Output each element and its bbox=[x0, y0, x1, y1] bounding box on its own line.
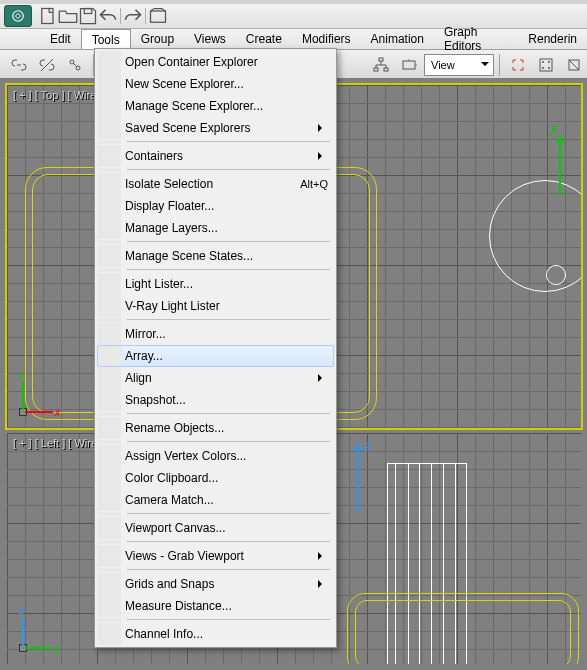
menu-item-label: Measure Distance... bbox=[125, 599, 232, 613]
submenu-arrow-icon bbox=[318, 124, 326, 132]
menu-item-manage-scene-states[interactable]: Manage Scene States... bbox=[97, 245, 334, 267]
wireframe-circle bbox=[546, 265, 566, 285]
save-icon[interactable] bbox=[78, 6, 98, 26]
menu-item-open-container-explorer[interactable]: Open Container Explorer bbox=[97, 51, 334, 73]
edged-faces-icon[interactable] bbox=[561, 52, 587, 78]
menu-item-assign-vertex-colors[interactable]: Assign Vertex Colors... bbox=[97, 445, 334, 467]
menu-item-isolate-selection[interactable]: Isolate SelectionAlt+Q bbox=[97, 173, 334, 195]
menu-item-viewport-canvas[interactable]: Viewport Canvas... bbox=[97, 517, 334, 539]
menu-item-manage-layers[interactable]: Manage Layers... bbox=[97, 217, 334, 239]
unlink-icon[interactable] bbox=[34, 52, 60, 78]
svg-rect-10 bbox=[540, 59, 552, 71]
menu-item-label: Camera Match... bbox=[125, 493, 214, 507]
svg-rect-8 bbox=[384, 68, 388, 71]
menubar-item-modifiers[interactable]: Modifiers bbox=[292, 29, 361, 49]
schematic-icon[interactable] bbox=[368, 52, 394, 78]
menu-item-label: Grids and Snaps bbox=[125, 577, 214, 591]
view-dropdown-label: View bbox=[431, 59, 455, 71]
svg-point-14 bbox=[548, 67, 550, 69]
submenu-arrow-icon bbox=[318, 552, 326, 560]
viewport-axis-tripod: yz bbox=[19, 602, 69, 652]
menu-item-label: Align bbox=[125, 371, 152, 385]
menubar-item-tools[interactable]: Tools bbox=[81, 29, 131, 49]
bind-icon[interactable] bbox=[62, 52, 88, 78]
menu-item-label: Light Lister... bbox=[125, 277, 193, 291]
menu-item-label: Mirror... bbox=[125, 327, 166, 341]
menubar-item-graph-editors[interactable]: Graph Editors bbox=[434, 29, 518, 49]
menubar-item-animation[interactable]: Animation bbox=[361, 29, 434, 49]
menu-item-color-clipboard[interactable]: Color Clipboard... bbox=[97, 467, 334, 489]
menu-item-v-ray-light-lister[interactable]: V-Ray Light Lister bbox=[97, 295, 334, 317]
menu-item-label: Manage Layers... bbox=[125, 221, 218, 235]
menu-item-snapshot[interactable]: Snapshot... bbox=[97, 389, 334, 411]
menu-item-label: Saved Scene Explorers bbox=[125, 121, 250, 135]
svg-rect-3 bbox=[151, 11, 166, 22]
menu-item-manage-scene-explorer[interactable]: Manage Scene Explorer... bbox=[97, 95, 334, 117]
menubar-item-group[interactable]: Group bbox=[131, 29, 184, 49]
svg-rect-7 bbox=[374, 68, 378, 71]
svg-point-0 bbox=[13, 11, 24, 22]
link-icon[interactable] bbox=[6, 52, 32, 78]
menu-item-shortcut: Alt+Q bbox=[300, 178, 328, 190]
create-view-icon[interactable] bbox=[396, 52, 422, 78]
open-icon[interactable] bbox=[58, 6, 78, 26]
application-logo[interactable] bbox=[4, 5, 32, 27]
redo-icon[interactable] bbox=[123, 6, 143, 26]
menu-item-label: Viewport Canvas... bbox=[125, 521, 226, 535]
menu-item-label: Rename Objects... bbox=[125, 421, 224, 435]
viewport-axis-tripod: xy bbox=[19, 366, 69, 416]
menu-item-label: Channel Info... bbox=[125, 627, 203, 641]
safe-frame-icon[interactable] bbox=[533, 52, 559, 78]
menu-item-array[interactable]: Array... bbox=[97, 345, 334, 367]
tools-menu: Open Container ExplorerNew Scene Explore… bbox=[94, 48, 337, 648]
menu-item-label: Manage Scene Explorer... bbox=[125, 99, 263, 113]
menubar-item-create[interactable]: Create bbox=[236, 29, 292, 49]
svg-rect-9 bbox=[403, 61, 415, 69]
svg-point-13 bbox=[542, 67, 544, 69]
menu-item-channel-info[interactable]: Channel Info... bbox=[97, 623, 334, 645]
undo-icon[interactable] bbox=[98, 6, 118, 26]
menu-item-camera-match[interactable]: Camera Match... bbox=[97, 489, 334, 511]
menu-item-label: Snapshot... bbox=[125, 393, 186, 407]
menu-item-containers[interactable]: Containers bbox=[97, 145, 334, 167]
menubar-item-edit[interactable]: Edit bbox=[40, 29, 81, 49]
submenu-arrow-icon bbox=[318, 374, 326, 382]
menu-item-label: New Scene Explorer... bbox=[125, 77, 244, 91]
submenu-arrow-icon bbox=[318, 152, 326, 160]
menu-item-display-floater[interactable]: Display Floater... bbox=[97, 195, 334, 217]
svg-rect-1 bbox=[42, 9, 53, 24]
menu-item-align[interactable]: Align bbox=[97, 367, 334, 389]
menu-item-label: Isolate Selection bbox=[125, 177, 213, 191]
menu-item-grids-and-snaps[interactable]: Grids and Snaps bbox=[97, 573, 334, 595]
menu-item-label: Display Floater... bbox=[125, 199, 214, 213]
menu-item-new-scene-explorer[interactable]: New Scene Explorer... bbox=[97, 73, 334, 95]
svg-rect-2 bbox=[84, 9, 92, 14]
menu-item-label: Manage Scene States... bbox=[125, 249, 253, 263]
svg-point-11 bbox=[542, 61, 544, 63]
menu-bar: EditToolsGroupViewsCreateModifiersAnimat… bbox=[0, 29, 587, 50]
menu-item-saved-scene-explorers[interactable]: Saved Scene Explorers bbox=[97, 117, 334, 139]
view-dropdown[interactable]: View bbox=[424, 54, 494, 76]
menu-item-label: Color Clipboard... bbox=[125, 471, 218, 485]
project-icon[interactable] bbox=[148, 6, 168, 26]
selection-bracket-icon[interactable] bbox=[505, 52, 531, 78]
menu-item-label: Assign Vertex Colors... bbox=[125, 449, 246, 463]
menu-item-label: V-Ray Light Lister bbox=[125, 299, 220, 313]
menu-item-light-lister[interactable]: Light Lister... bbox=[97, 273, 334, 295]
submenu-arrow-icon bbox=[318, 580, 326, 588]
menu-item-views-grab-viewport[interactable]: Views - Grab Viewport bbox=[97, 545, 334, 567]
menu-item-rename-objects[interactable]: Rename Objects... bbox=[97, 417, 334, 439]
menu-item-label: Open Container Explorer bbox=[125, 55, 258, 69]
menu-item-label: Views - Grab Viewport bbox=[125, 549, 244, 563]
menu-item-measure-distance[interactable]: Measure Distance... bbox=[97, 595, 334, 617]
svg-point-12 bbox=[548, 61, 550, 63]
menu-item-label: Containers bbox=[125, 149, 183, 163]
menu-item-mirror[interactable]: Mirror... bbox=[97, 323, 334, 345]
svg-rect-6 bbox=[379, 58, 383, 61]
menu-item-label: Array... bbox=[125, 349, 163, 363]
menubar-item-views[interactable]: Views bbox=[184, 29, 236, 49]
menubar-item-renderin[interactable]: Renderin bbox=[518, 29, 587, 49]
new-icon[interactable] bbox=[38, 6, 58, 26]
